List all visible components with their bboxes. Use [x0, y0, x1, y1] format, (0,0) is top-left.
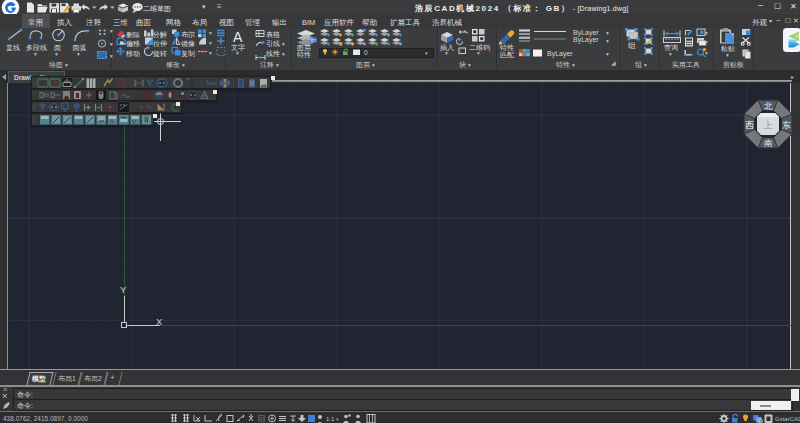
svg-text:V: V — [132, 119, 136, 125]
svg-text:GstarCAD: GstarCAD — [775, 416, 800, 422]
svg-text:Text: Text — [206, 80, 217, 86]
svg-text:▾: ▾ — [209, 30, 212, 36]
svg-text:组: 组 — [628, 41, 636, 50]
svg-text:▾: ▾ — [209, 40, 212, 46]
svg-text:C: C — [63, 104, 67, 110]
svg-text:东: 东 — [782, 120, 791, 130]
svg-text:▾: ▾ — [110, 28, 113, 34]
svg-text:A: A — [110, 118, 114, 124]
svg-text:▾: ▾ — [425, 50, 428, 56]
svg-text:▾: ▾ — [209, 50, 212, 56]
svg-text:西: 西 — [745, 120, 754, 130]
svg-text:▾: ▾ — [336, 416, 339, 422]
svg-text:南: 南 — [764, 138, 773, 148]
svg-text:北: 北 — [764, 101, 773, 111]
svg-text:0: 0 — [364, 49, 368, 56]
svg-text:▾: ▾ — [110, 53, 113, 59]
svg-text:1:1: 1:1 — [326, 416, 335, 422]
svg-text:▾: ▾ — [110, 41, 113, 47]
svg-text:上: 上 — [764, 120, 773, 130]
